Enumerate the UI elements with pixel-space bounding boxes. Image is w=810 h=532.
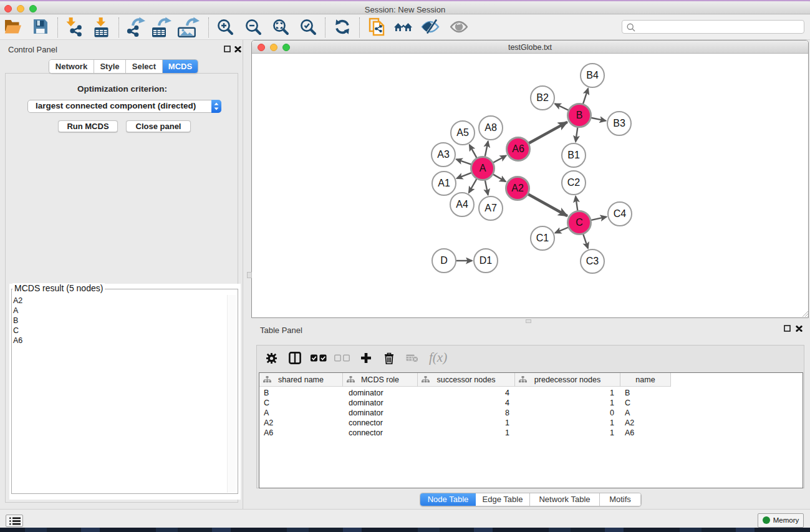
svg-text:A3: A3: [437, 149, 450, 160]
svg-text:C4: C4: [614, 208, 627, 219]
svg-text:A5: A5: [456, 127, 469, 138]
svg-text:A6: A6: [512, 143, 524, 154]
svg-text:B: B: [576, 110, 583, 120]
svg-text:C1: C1: [536, 233, 549, 243]
svg-text:B4: B4: [586, 70, 599, 80]
svg-text:A1: A1: [438, 178, 450, 188]
svg-text:D: D: [440, 255, 448, 266]
svg-text:A8: A8: [485, 122, 497, 133]
svg-text:A4: A4: [456, 199, 468, 210]
svg-text:A7: A7: [485, 203, 497, 213]
svg-text:C: C: [576, 217, 583, 228]
svg-text:A: A: [480, 163, 486, 173]
svg-text:B1: B1: [567, 150, 580, 160]
svg-text:B2: B2: [536, 92, 549, 103]
svg-text:C3: C3: [586, 256, 599, 266]
svg-text:A2: A2: [511, 183, 524, 193]
svg-text:C2: C2: [567, 177, 581, 188]
svg-text:B3: B3: [613, 118, 625, 128]
svg-text:D1: D1: [480, 255, 493, 266]
